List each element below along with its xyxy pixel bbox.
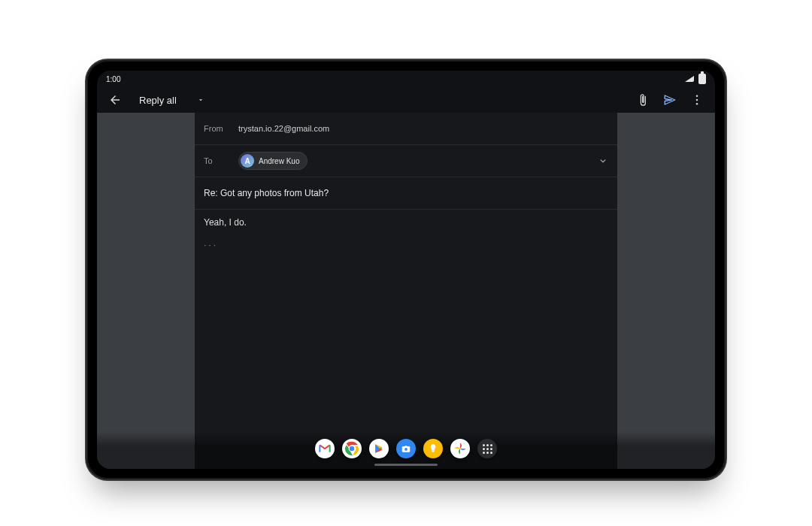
paperclip-icon xyxy=(636,93,650,107)
svg-rect-8 xyxy=(432,451,435,452)
more-vert-icon xyxy=(690,93,704,107)
arrow-left-icon xyxy=(108,93,122,107)
play-store-app-icon[interactable] xyxy=(369,439,389,458)
send-button[interactable] xyxy=(659,89,680,110)
compose-body[interactable]: Yeah, I do. ··· xyxy=(195,210,617,469)
compose-panel: From trystan.io.22@gmail.com To A Andrew… xyxy=(195,113,617,469)
keep-app-icon[interactable] xyxy=(423,439,443,458)
chrome-icon xyxy=(344,441,359,456)
svg-point-1 xyxy=(696,99,698,101)
battery-icon xyxy=(698,74,706,84)
reply-mode-dropdown[interactable] xyxy=(190,89,211,110)
all-apps-button[interactable] xyxy=(477,439,497,458)
photos-app-icon[interactable] xyxy=(450,439,470,458)
camera-app-icon[interactable] xyxy=(396,439,416,458)
pinwheel-icon xyxy=(453,442,467,455)
to-row[interactable]: To A Andrew Kuo xyxy=(195,145,617,177)
camera-icon xyxy=(401,443,411,454)
app-bar: Reply all xyxy=(97,87,715,113)
chevron-down-icon xyxy=(598,156,608,166)
right-gutter xyxy=(617,113,715,469)
subject-field[interactable]: Re: Got any photos from Utah? xyxy=(195,177,617,210)
recipient-chip[interactable]: A Andrew Kuo xyxy=(238,152,308,170)
svg-point-7 xyxy=(404,448,408,451)
lightbulb-icon xyxy=(429,443,438,454)
from-value: trystan.io.22@gmail.com xyxy=(238,124,329,133)
left-gutter xyxy=(97,113,195,469)
svg-point-0 xyxy=(696,95,698,97)
svg-point-2 xyxy=(696,103,698,105)
subject-value: Re: Got any photos from Utah? xyxy=(204,188,329,198)
app-bar-title: Reply all xyxy=(139,95,177,106)
wifi-icon xyxy=(685,76,694,82)
to-label: To xyxy=(204,156,238,165)
gesture-bar[interactable] xyxy=(374,464,438,466)
overflow-menu-button[interactable] xyxy=(686,89,707,110)
send-icon xyxy=(663,93,677,107)
screen: 1:00 Reply all xyxy=(97,71,715,469)
chrome-app-icon[interactable] xyxy=(342,439,362,458)
status-time: 1:00 xyxy=(106,75,120,83)
body-text: Yeah, I do. xyxy=(204,217,608,228)
recipient-name: Andrew Kuo xyxy=(259,157,299,165)
attach-button[interactable] xyxy=(632,89,653,110)
expand-recipients-button[interactable] xyxy=(598,156,608,166)
status-bar: 1:00 xyxy=(97,71,715,87)
gmail-app-icon[interactable] xyxy=(315,439,335,458)
from-label: From xyxy=(204,124,238,133)
caret-down-icon xyxy=(197,96,205,104)
gmail-icon xyxy=(319,444,331,453)
from-row[interactable]: From trystan.io.22@gmail.com xyxy=(195,113,617,145)
back-button[interactable] xyxy=(105,89,126,110)
recipient-avatar: A xyxy=(241,154,254,168)
apps-grid-icon xyxy=(483,444,492,454)
play-icon xyxy=(374,443,384,454)
tablet-frame: 1:00 Reply all xyxy=(86,60,726,479)
content-area: From trystan.io.22@gmail.com To A Andrew… xyxy=(97,113,715,469)
show-quoted-text-button[interactable]: ··· xyxy=(204,240,608,250)
